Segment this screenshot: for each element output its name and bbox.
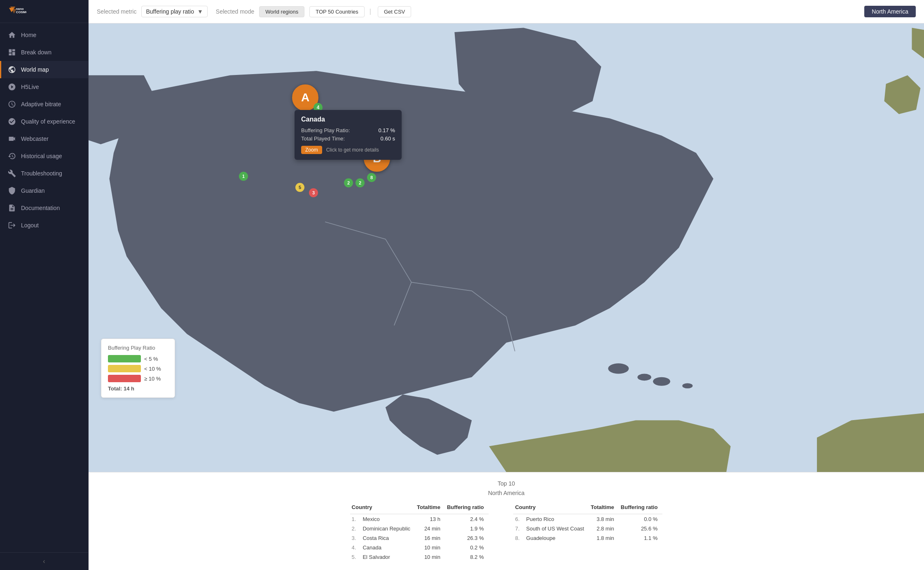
row-totaltime: 1.8 min <box>589 533 619 543</box>
tooltip-time-row: Total Played Time: 0.60 s <box>301 135 395 142</box>
sidebar-item-worldmap[interactable]: World map <box>0 61 88 78</box>
sidebar-item-breakdown[interactable]: Break down <box>0 44 88 61</box>
marker-a-badge-label: 4 <box>317 105 320 110</box>
row-num: 5. <box>350 552 361 562</box>
region-button[interactable]: North America <box>864 6 916 17</box>
sidebar-label-historical: Historical usage <box>21 153 62 159</box>
sidebar-item-home[interactable]: Home <box>0 26 88 44</box>
table-row: 4. Canada 10 min 0.2 % <box>350 543 489 552</box>
logo-area: nano COSMOS <box>0 0 88 23</box>
table-row: 7. South of US West Coast 2.8 min 25.6 % <box>513 524 662 533</box>
col-totaltime-right: Totaltime <box>589 502 619 514</box>
row-buffering: 26.3 % <box>445 533 489 543</box>
guardian-icon <box>8 187 16 195</box>
col-buffering-right: Buffering ratio <box>619 502 663 514</box>
legend-bar-green <box>108 355 141 362</box>
small-marker-2b[interactable]: 2 <box>356 178 365 187</box>
historical-icon <box>8 152 16 160</box>
tooltip-click-label: Click to get more details <box>326 147 379 153</box>
sidebar-item-qoe[interactable]: Quality of experience <box>0 113 88 130</box>
small-marker-5[interactable]: 5 <box>295 183 304 192</box>
table-top-label: Top 10 <box>105 479 908 488</box>
tooltip-buffering-value: 0.17 % <box>379 127 395 133</box>
nanocosmos-logo: nano COSMOS <box>7 4 26 19</box>
table-header: Top 10 North America <box>105 479 908 498</box>
nav-items: Home Break down World map H5Live Adaptiv… <box>0 23 88 552</box>
sidebar-item-guardian[interactable]: Guardian <box>0 182 88 199</box>
row-totaltime: 2.8 min <box>589 524 619 533</box>
tooltip: Canada Buffering Play Ratio: 0.17 % Tota… <box>295 110 402 160</box>
tooltip-time-value: 0.60 s <box>381 135 395 142</box>
table-row: 3. Costa Rica 16 min 26.3 % <box>350 533 489 543</box>
sidebar-label-adaptive: Adaptive bitrate <box>21 101 61 107</box>
legend-item-green: < 5 % <box>108 355 168 362</box>
table-row: 1. Mexico 13 h 2.4 % <box>350 514 489 524</box>
sidebar-item-historical[interactable]: Historical usage <box>0 147 88 165</box>
small-marker-1[interactable]: 1 <box>239 172 248 181</box>
sidebar-item-webcaster[interactable]: Webcaster <box>0 130 88 147</box>
small-marker-8[interactable]: 8 <box>367 173 376 182</box>
sidebar-label-guardian: Guardian <box>21 187 45 194</box>
table-row: 5. El Salvador 10 min 8.2 % <box>350 552 489 562</box>
table-row: 6. Puerto Rico 3.8 min 0.0 % <box>513 514 662 524</box>
sidebar-label-h5live: H5Live <box>21 84 39 90</box>
dropdown-arrow-icon: ▼ <box>197 8 203 15</box>
sidebar-item-documentation[interactable]: Documentation <box>0 199 88 217</box>
small-marker-3[interactable]: 3 <box>309 188 318 197</box>
legend-total: Total: 14 h <box>108 385 168 392</box>
h5live-icon <box>8 83 16 91</box>
svg-text:COSMOS: COSMOS <box>16 10 26 14</box>
webcaster-icon <box>8 135 16 143</box>
svg-point-7 <box>637 374 651 381</box>
row-totaltime: 13 h <box>415 514 445 524</box>
row-num: 3. <box>350 533 361 543</box>
row-country: Canada <box>361 543 415 552</box>
table-row: 8. Guadeloupe 1.8 min 1.1 % <box>513 533 662 543</box>
row-num: 7. <box>513 524 524 533</box>
metric-dropdown[interactable]: Buffering play ratio ▼ <box>141 6 207 17</box>
col-buffering-left: Buffering ratio <box>445 502 489 514</box>
world-map-svg <box>89 23 924 472</box>
row-buffering: 25.6 % <box>619 524 663 533</box>
row-buffering: 8.2 % <box>445 552 489 562</box>
tooltip-time-label: Total Played Time: <box>301 135 345 142</box>
small-marker-2a[interactable]: 2 <box>344 178 353 187</box>
tooltip-country: Canada <box>301 116 395 123</box>
worldmap-icon <box>8 65 16 74</box>
tooltip-zoom-button[interactable]: Zoom <box>301 146 322 154</box>
tooltip-buffering-row: Buffering Play Ratio: 0.17 % <box>301 127 395 133</box>
marker-a-label: A <box>301 91 309 104</box>
row-country: Guadeloupe <box>524 533 589 543</box>
mode-world-regions-button[interactable]: World regions <box>259 6 304 17</box>
sidebar-label-worldmap: World map <box>21 66 49 73</box>
bottom-table: Top 10 North America Country Totaltime B… <box>89 472 924 570</box>
legend-label-green: < 5 % <box>144 356 158 362</box>
tooltip-buffering-label: Buffering Play Ratio: <box>301 127 350 133</box>
sidebar-item-adaptive[interactable]: Adaptive bitrate <box>0 96 88 113</box>
qoe-icon <box>8 117 16 126</box>
svg-text:nano: nano <box>16 7 24 10</box>
sidebar-item-troubleshooting[interactable]: Troubleshooting <box>0 165 88 182</box>
row-country: Puerto Rico <box>524 514 589 524</box>
legend-label-red: ≥ 10 % <box>144 376 161 382</box>
sidebar-label-webcaster: Webcaster <box>21 135 49 142</box>
row-buffering: 0.2 % <box>445 543 489 552</box>
tables-row: Country Totaltime Buffering ratio 1. Mex… <box>105 502 908 562</box>
legend-label-yellow: < 10 % <box>144 366 161 372</box>
row-num: 2. <box>350 524 361 533</box>
left-data-table: Country Totaltime Buffering ratio 1. Mex… <box>350 502 489 562</box>
row-num: 8. <box>513 533 524 543</box>
row-country: South of US West Coast <box>524 524 589 533</box>
collapse-button[interactable]: ‹ <box>0 552 88 570</box>
sidebar-item-logout[interactable]: Logout <box>0 217 88 234</box>
sidebar-label-logout: Logout <box>21 222 39 229</box>
legend-item-red: ≥ 10 % <box>108 375 168 382</box>
legend-title: Buffering Play Ratio <box>108 345 168 351</box>
mode-top50-button[interactable]: TOP 50 Countries <box>309 6 365 17</box>
sidebar-item-h5live[interactable]: H5Live <box>0 78 88 96</box>
sidebar-label-documentation: Documentation <box>21 205 60 211</box>
legend-item-yellow: < 10 % <box>108 365 168 372</box>
get-csv-button[interactable]: Get CSV <box>378 6 411 17</box>
row-buffering: 1.9 % <box>445 524 489 533</box>
sidebar-label-home: Home <box>21 32 36 38</box>
